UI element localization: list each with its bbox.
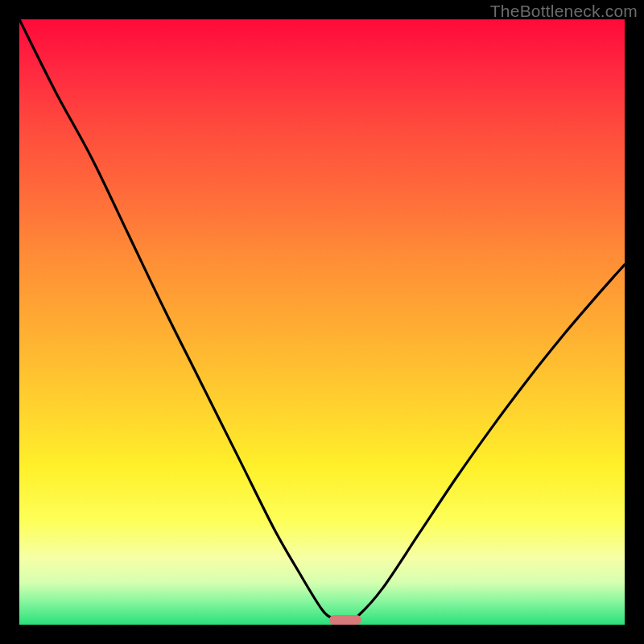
watermark-text: TheBottleneck.com	[490, 2, 638, 21]
optimal-marker	[329, 615, 361, 625]
chart-frame: TheBottleneck.com	[0, 0, 644, 644]
bottleneck-curve-path	[19, 19, 625, 621]
plot-area	[19, 19, 625, 625]
bottleneck-curve-svg	[19, 19, 625, 625]
